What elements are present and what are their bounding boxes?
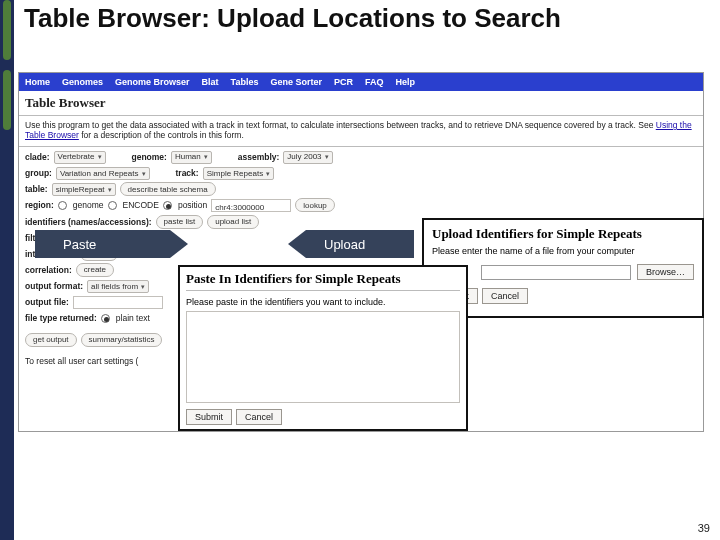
- output-file-input[interactable]: [73, 296, 163, 309]
- label-output-format: output format:: [25, 278, 83, 294]
- row-clade: clade: Vertebrate▾ genome: Human▾ assemb…: [25, 149, 697, 165]
- select-output-format[interactable]: all fields from▾: [87, 280, 149, 293]
- describe-schema-button[interactable]: describe table schema: [120, 182, 216, 196]
- radio-plain-label: plain text: [116, 310, 150, 326]
- summary-button[interactable]: summary/statistics: [81, 333, 163, 347]
- row-group: group: Variation and Repeats▾ track: Sim…: [25, 165, 697, 181]
- radio-position-label: position: [178, 197, 207, 213]
- label-file-type: file type returned:: [25, 310, 97, 326]
- upload-panel-text: Please enter the name of a file from you…: [432, 246, 694, 256]
- upload-panel-title: Upload Identifiers for Simple Repeats: [432, 226, 694, 242]
- get-output-button[interactable]: get output: [25, 333, 77, 347]
- menu-gene-sorter[interactable]: Gene Sorter: [270, 77, 322, 87]
- slide-accent-stripe: [0, 0, 14, 540]
- row-table: table: simpleRepeat▾ describe table sche…: [25, 181, 697, 197]
- intro-part1: Use this program to get the data associa…: [25, 120, 656, 130]
- paste-submit-button[interactable]: Submit: [186, 409, 232, 425]
- upload-file-input[interactable]: [481, 265, 631, 280]
- select-group[interactable]: Variation and Repeats▾: [56, 167, 150, 180]
- divider: [186, 290, 460, 291]
- menu-tables[interactable]: Tables: [231, 77, 259, 87]
- stripe-seg: [3, 70, 11, 130]
- section-title: Table Browser: [19, 91, 703, 113]
- upload-cancel-button[interactable]: Cancel: [482, 288, 528, 304]
- intro-text: Use this program to get the data associa…: [19, 118, 703, 144]
- divider: [19, 146, 703, 147]
- menu-genome-browser[interactable]: Genome Browser: [115, 77, 190, 87]
- radio-position[interactable]: [163, 201, 172, 210]
- reset-text: To reset all user cart settings (: [25, 353, 138, 369]
- label-correlation: correlation:: [25, 262, 72, 278]
- select-track[interactable]: Simple Repeats▾: [203, 167, 274, 180]
- callout-paste-label: Paste: [63, 237, 96, 252]
- position-input[interactable]: chr4:3000000: [211, 199, 291, 212]
- menu-home[interactable]: Home: [25, 77, 50, 87]
- divider: [19, 115, 703, 116]
- paste-list-button[interactable]: paste list: [156, 215, 204, 229]
- label-track: track:: [176, 165, 199, 181]
- label-output-file: output file:: [25, 294, 69, 310]
- paste-identifiers-panel: Paste In Identifiers for Simple Repeats …: [178, 265, 468, 431]
- paste-panel-title: Paste In Identifiers for Simple Repeats: [186, 271, 460, 287]
- paste-panel-text: Please paste in the identifiers you want…: [186, 297, 460, 307]
- radio-genome-label: genome: [73, 197, 104, 213]
- lookup-button[interactable]: lookup: [295, 198, 335, 212]
- top-menubar: Home Genomes Genome Browser Blat Tables …: [19, 73, 703, 91]
- radio-genome[interactable]: [58, 201, 67, 210]
- menu-faq[interactable]: FAQ: [365, 77, 384, 87]
- label-group: group:: [25, 165, 52, 181]
- paste-cancel-button[interactable]: Cancel: [236, 409, 282, 425]
- paste-textarea[interactable]: [186, 311, 460, 403]
- upload-list-button[interactable]: upload list: [207, 215, 259, 229]
- label-table: table:: [25, 181, 48, 197]
- label-clade: clade:: [25, 149, 50, 165]
- label-identifiers: identifiers (names/accessions):: [25, 214, 152, 230]
- slide-number: 39: [698, 522, 710, 534]
- menu-pcr[interactable]: PCR: [334, 77, 353, 87]
- label-genome: genome:: [132, 149, 167, 165]
- radio-encode-label: ENCODE: [123, 197, 159, 213]
- callout-paste: Paste: [35, 230, 170, 258]
- correlation-create-button[interactable]: create: [76, 263, 114, 277]
- radio-encode[interactable]: [108, 201, 117, 210]
- label-region: region:: [25, 197, 54, 213]
- callout-upload-label: Upload: [324, 237, 365, 252]
- select-table[interactable]: simpleRepeat▾: [52, 183, 116, 196]
- row-region: region: genome ENCODE position chr4:3000…: [25, 197, 697, 213]
- stripe-seg: [3, 0, 11, 60]
- slide-title: Table Browser: Upload Locations to Searc…: [24, 4, 674, 34]
- label-assembly: assembly:: [238, 149, 280, 165]
- intro-part2: for a description of the controls in thi…: [81, 130, 244, 140]
- menu-blat[interactable]: Blat: [202, 77, 219, 87]
- select-assembly[interactable]: July 2003▾: [283, 151, 332, 164]
- select-clade[interactable]: Vertebrate▾: [54, 151, 106, 164]
- menu-help[interactable]: Help: [395, 77, 415, 87]
- select-genome[interactable]: Human▾: [171, 151, 212, 164]
- radio-plain-text[interactable]: [101, 314, 110, 323]
- menu-genomes[interactable]: Genomes: [62, 77, 103, 87]
- browse-button[interactable]: Browse…: [637, 264, 694, 280]
- callout-upload: Upload: [306, 230, 414, 258]
